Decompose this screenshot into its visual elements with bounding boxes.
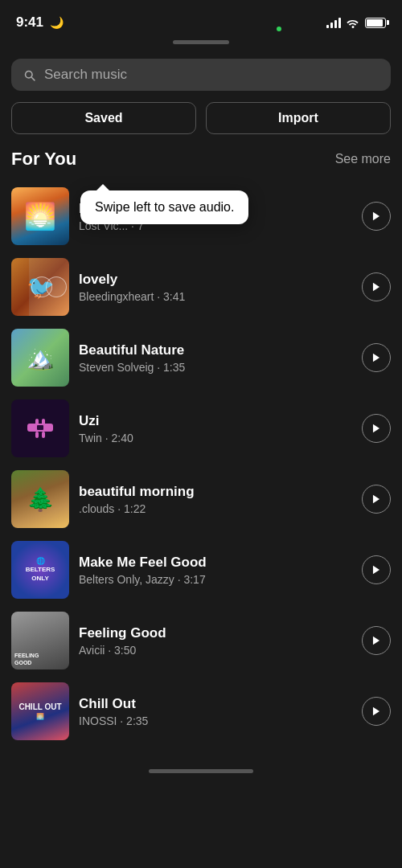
track-thumbnail: FEELINGGOOD [11,612,69,669]
tabs-container: Saved Import [0,102,402,149]
svg-marker-13 [373,707,379,716]
signal-bar-4 [338,18,341,28]
track-meta: Avicii · 3:50 [79,644,352,657]
search-container: Search music [0,52,402,102]
track-thumbnail [11,399,69,457]
track-title: Chill Out [79,696,352,712]
track-title: Uzi [79,413,352,429]
svg-rect-4 [35,419,39,425]
play-button[interactable] [362,697,391,726]
track-list: 🌅Ibiza SunriseLost Vic... · 7Swipe left … [0,181,402,763]
wifi-icon [346,17,360,28]
track-thumbnail: 🌲 [11,470,69,528]
battery-icon [365,18,386,28]
svg-marker-0 [373,212,379,221]
track-info: Chill OutINOSSI · 2:35 [79,696,352,727]
signal-bar-1 [326,25,329,28]
signal-bars [326,17,341,28]
track-thumbnail: 🌐BELTERSONLY [11,541,69,599]
search-placeholder: Search music [44,67,127,83]
track-item: FEELINGGOODFeeling GoodAvicii · 3:50 [0,605,402,676]
thumbnail-art: 🌅 [11,187,69,245]
svg-marker-12 [373,637,379,645]
play-button[interactable] [362,202,391,231]
track-meta: Bleedingxheart · 3:41 [79,290,352,303]
track-info: UziTwin · 2:40 [79,413,352,444]
for-you-title: For You [11,149,76,170]
search-icon [23,68,36,82]
thumbnail-art [11,399,69,457]
track-title: beautiful morning [79,484,352,500]
track-info: beautiful morning.clouds · 1:22 [79,484,352,515]
track-thumbnail: 🐦 [11,258,69,316]
track-info: lovelyBleedingxheart · 3:41 [79,272,352,303]
thumbnail-art: CHILL OUT🌅 [11,682,69,740]
track-title: lovely [79,272,352,288]
status-time: 9:41 [16,14,43,31]
thumbnail-art: 🌲 [11,470,69,528]
svg-rect-7 [42,432,45,438]
track-info: Make Me Feel GoodBelters Only, Jazzy · 3… [79,555,352,586]
track-title: Make Me Feel Good [79,555,352,571]
track-meta: Belters Only, Jazzy · 3:17 [79,573,352,586]
track-item: 🏔️Beautiful NatureSteven Solveig · 1:35 [0,322,402,393]
status-bar: 9:41 🌙 [0,0,402,40]
track-info: Beautiful NatureSteven Solveig · 1:35 [79,342,352,374]
svg-rect-6 [35,432,39,438]
play-button[interactable] [362,343,391,372]
top-pill [173,40,229,44]
swipe-overlay [29,258,69,316]
svg-marker-1 [373,283,379,292]
track-title: Beautiful Nature [79,342,352,358]
active-indicator [277,27,281,31]
svg-rect-8 [37,425,43,430]
svg-rect-5 [42,419,45,425]
svg-marker-11 [373,566,379,575]
thumbnail-art: 🏔️ [11,329,69,387]
top-indicator [0,40,402,52]
play-button[interactable] [362,555,391,584]
play-button[interactable] [362,272,391,301]
search-bar[interactable]: Search music [11,59,391,91]
track-info: Feeling GoodAvicii · 3:50 [79,625,352,657]
moon-icon: 🌙 [50,16,64,29]
battery-fill [367,19,383,27]
track-item: CHILL OUT🌅Chill OutINOSSI · 2:35 [0,676,402,747]
bottom-pill [149,769,253,773]
play-button[interactable] [362,626,391,655]
track-meta: Twin · 2:40 [79,432,352,444]
svg-marker-10 [373,495,379,504]
tab-import[interactable]: Import [206,102,391,134]
signal-bar-2 [330,23,333,28]
section-header: For You See more [0,149,402,181]
play-button[interactable] [362,485,391,514]
swipe-tooltip: Swipe left to save audio. [80,190,248,224]
tooltip-text: Swipe left to save audio. [80,190,248,224]
signal-bar-3 [334,20,337,28]
swipe-circle [46,276,67,297]
track-meta: INOSSI · 2:35 [79,714,352,727]
see-more-button[interactable]: See more [335,152,391,166]
thumbnail-art: FEELINGGOOD [11,612,69,669]
track-thumbnail: 🏔️ [11,329,69,387]
svg-marker-9 [373,424,379,433]
track-title: Feeling Good [79,625,352,641]
play-button[interactable] [362,414,391,443]
track-thumbnail: CHILL OUT🌅 [11,682,69,740]
track-item: 🌅Ibiza SunriseLost Vic... · 7Swipe left … [0,181,402,252]
track-meta: Steven Solveig · 1:35 [79,361,352,374]
track-thumbnail: 🌅 [11,187,69,245]
track-item: UziTwin · 2:40 [0,393,402,464]
svg-marker-2 [373,354,379,362]
bottom-indicator [0,763,402,783]
track-item: 🐦lovelyBleedingxheart · 3:41 [0,252,402,322]
track-item: 🌐BELTERSONLYMake Me Feel GoodBelters Onl… [0,534,402,605]
status-icons [326,17,386,28]
thumbnail-art: 🌐BELTERSONLY [11,541,69,599]
track-meta: .clouds · 1:22 [79,502,352,515]
track-item: 🌲beautiful morning.clouds · 1:22 [0,464,402,534]
tab-saved[interactable]: Saved [11,102,196,134]
